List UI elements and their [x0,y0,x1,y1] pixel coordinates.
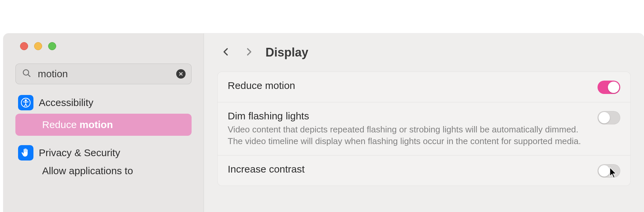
setting-reduce-motion: Reduce motion [218,72,630,102]
setting-text: Dim flashing lights Video content that d… [228,110,584,147]
result-item-match: motion [80,119,113,130]
dim-flashing-lights-toggle[interactable] [598,111,620,124]
setting-description: Video content that depicts repeated flas… [228,124,582,147]
setting-dim-flashing-lights: Dim flashing lights Video content that d… [218,102,630,155]
setting-title: Increase contrast [228,164,584,175]
main-panel: Display Reduce motion Dim flashing light… [204,33,644,212]
settings-card: Reduce motion Dim flashing lights Video … [217,72,631,186]
forward-button[interactable] [243,45,255,60]
toggle-knob [599,112,610,123]
result-item-truncated[interactable]: Allow applications to [15,164,192,177]
search-field-wrap [15,64,192,84]
setting-increase-contrast: Increase contrast [218,155,630,186]
setting-text: Reduce motion [228,80,584,93]
search-results: Accessibility Reduce motion Privacy & Se… [3,94,204,185]
toggle-knob [608,82,619,93]
setting-title: Dim flashing lights [228,110,584,122]
sidebar: Accessibility Reduce motion Privacy & Se… [3,33,204,212]
titlebar: Display [204,33,644,72]
result-header-privacy[interactable]: Privacy & Security [15,144,192,164]
result-item-prefix: Reduce [42,119,80,130]
svg-line-1 [28,75,30,77]
content: Reduce motion Dim flashing lights Video … [204,72,644,186]
reduce-motion-toggle[interactable] [598,81,620,94]
close-window-button[interactable] [20,42,28,50]
minimize-window-button[interactable] [34,42,42,50]
clear-search-button[interactable] [176,69,186,79]
svg-point-0 [23,70,29,75]
window-controls [3,42,204,50]
result-group-privacy: Privacy & Security Allow applications to [15,144,192,177]
setting-text: Increase contrast [228,164,584,177]
accessibility-icon [18,95,33,110]
search-input[interactable] [15,64,192,84]
page-title: Display [265,45,308,60]
zoom-window-button[interactable] [48,42,56,50]
hand-icon [18,145,33,161]
back-button[interactable] [220,45,232,60]
setting-title: Reduce motion [228,80,584,91]
svg-point-5 [25,100,26,101]
result-header-label: Accessibility [39,97,93,108]
result-header-accessibility[interactable]: Accessibility [15,94,192,114]
result-group-accessibility: Accessibility Reduce motion [15,94,192,136]
search-icon [22,69,31,79]
result-header-label: Privacy & Security [39,147,120,158]
increase-contrast-toggle[interactable] [598,164,620,178]
settings-window: Accessibility Reduce motion Privacy & Se… [3,33,644,212]
result-item-reduce-motion[interactable]: Reduce motion [15,114,192,136]
toggle-knob [599,165,610,177]
